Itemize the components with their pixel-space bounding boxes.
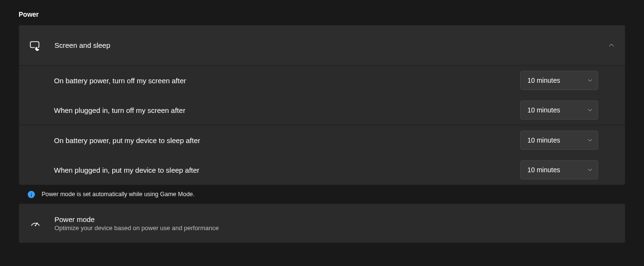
row-label: When plugged in, turn off my screen afte… [54,106,520,114]
info-text: Power mode is set automatically while us… [42,191,194,198]
row-label: On battery power, turn off my screen aft… [54,77,520,85]
chevron-up-icon [608,42,615,49]
power-mode-info: Power mode is set automatically while us… [19,185,625,203]
svg-rect-0 [31,42,39,48]
svg-point-2 [35,225,36,226]
dropdown-value: 10 minutes [527,136,587,144]
chevron-down-icon [587,107,593,113]
dropdown-screen-off-battery[interactable]: 10 minutes [520,71,598,90]
row-label: On battery power, put my device to sleep… [54,136,520,144]
dropdown-value: 10 minutes [527,77,587,84]
screen-and-sleep-card: Screen and sleep On battery power, turn … [19,25,625,185]
power-mode-card: Power mode Optimize your device based on… [19,203,625,243]
screen-and-sleep-title: Screen and sleep [54,41,608,49]
dropdown-value: 10 minutes [527,106,587,114]
dropdown-screen-off-plugged[interactable]: 10 minutes [520,100,598,120]
power-mode-title: Power mode [54,215,219,223]
gauge-icon [30,218,41,229]
info-icon [28,191,35,198]
dropdown-sleep-plugged[interactable]: 10 minutes [520,160,598,179]
power-mode-subtitle: Optimize your device based on power use … [54,224,219,232]
chevron-down-icon [587,167,593,173]
screen-sleep-icon [30,40,41,51]
section-title-power: Power [19,0,625,25]
chevron-down-icon [587,137,593,143]
row-sleep-battery: On battery power, put my device to sleep… [19,125,625,155]
row-screen-off-plugged: When plugged in, turn off my screen afte… [19,95,625,125]
row-label: When plugged in, put my device to sleep … [54,166,520,174]
chevron-down-icon [587,78,593,83]
row-screen-off-battery: On battery power, turn off my screen aft… [19,65,625,95]
dropdown-sleep-battery[interactable]: 10 minutes [520,131,598,150]
dropdown-value: 10 minutes [527,166,587,174]
row-sleep-plugged: When plugged in, put my device to sleep … [19,155,625,185]
screen-and-sleep-header[interactable]: Screen and sleep [19,25,625,65]
